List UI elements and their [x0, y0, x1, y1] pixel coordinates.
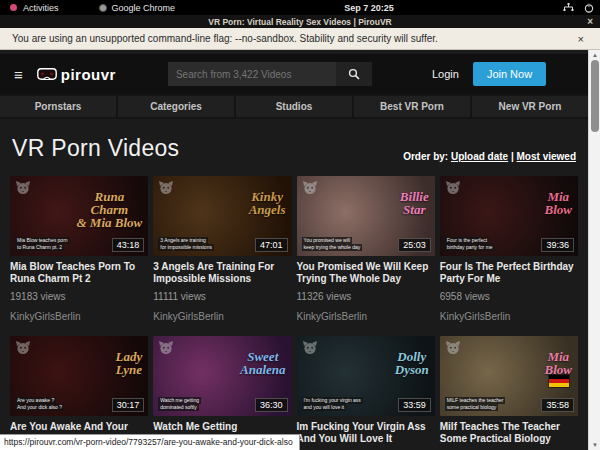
video-views: 19183 views: [10, 291, 148, 302]
hamburger-menu-icon[interactable]: ≡: [14, 66, 23, 83]
duration-badge: 30:17: [112, 398, 145, 412]
thumbnail-caption: Watch me gettingdominated softly: [158, 397, 201, 411]
thumbnail-caption: MILF teaches the teachersome practical b…: [445, 397, 506, 411]
activities-button[interactable]: Activities: [23, 3, 59, 13]
video-thumbnail[interactable]: Mia Blow Four is the perfectbirthday par…: [440, 176, 578, 256]
video-title[interactable]: Mia Blow Teaches Porn To Runa Charm Pt 2: [10, 261, 148, 284]
order-by: Order by: Upload date | Most viewed: [403, 151, 576, 162]
recording-indicator-icon: [10, 4, 17, 11]
video-card[interactable]: Mia Blow Four is the perfectbirthday par…: [440, 176, 578, 322]
video-card[interactable]: Mia Blow MILF teaches the teachersome pr…: [440, 336, 578, 450]
video-thumbnail[interactable]: Mia Blow MILF teaches the teachersome pr…: [440, 336, 578, 416]
site-logo[interactable]: pirouvr: [37, 66, 116, 83]
video-title[interactable]: Four Is The Perfect Birthday Party For M…: [440, 261, 578, 284]
studio-cat-logo-icon: [158, 180, 174, 195]
app-menu-label[interactable]: Google Chrome: [112, 3, 176, 13]
video-card[interactable]: Kinky Angels 3 Angels are trainingfor im…: [153, 176, 291, 322]
nav-item-best-vr-porn[interactable]: Best VR Porn: [354, 96, 470, 117]
video-studio-link[interactable]: KinkyGirlsBerlin: [153, 311, 291, 322]
video-title[interactable]: Im Fucking Your Virgin Ass And You Will …: [297, 421, 435, 444]
warning-close-icon[interactable]: ×: [574, 33, 588, 45]
thumbnail-stylized-title: Sweet Analena: [240, 350, 286, 376]
video-grid: Runa Charm & Mia Blow Mia Blow teaches p…: [0, 176, 588, 450]
warning-message: You are using an unsupported command-lin…: [12, 33, 574, 44]
video-views: 11326 views: [297, 291, 435, 302]
video-title[interactable]: You Promised We Will Keep Trying The Who…: [297, 261, 435, 284]
duration-badge: 39:36: [541, 238, 574, 252]
video-card[interactable]: Dolly Dyson I'm fucking your virgin assa…: [297, 336, 435, 450]
thumbnail-stylized-title: Runa Charm & Mia Blow: [77, 190, 143, 229]
search-icon: [348, 68, 360, 80]
scroll-down-icon[interactable]: ▼: [589, 440, 600, 450]
thumbnail-caption: 3 Angels are trainingfor impossible miss…: [158, 237, 214, 251]
scrollbar-thumb[interactable]: [591, 60, 599, 132]
studio-cat-logo-icon: [445, 340, 461, 355]
vr-goggles-icon: [37, 68, 57, 80]
thumbnail-caption: Four is the perfectbirthday party for me: [445, 237, 495, 251]
power-icon[interactable]: [584, 3, 594, 13]
duration-badge: 33:59: [398, 398, 431, 412]
studio-cat-logo-icon: [445, 180, 461, 195]
nav-item-new-vr-porn[interactable]: New VR Porn: [472, 96, 588, 117]
video-card[interactable]: Lady Lyne Are you awake ?And your dick a…: [10, 336, 148, 450]
video-card[interactable]: Runa Charm & Mia Blow Mia Blow teaches p…: [10, 176, 148, 322]
video-views: 6958 views: [440, 291, 578, 302]
thumbnail-caption: You promised we willkeep trying the whol…: [302, 237, 363, 251]
login-link[interactable]: Login: [432, 68, 459, 80]
system-top-bar: Activities Google Chrome Sep 7 20:25: [0, 0, 600, 15]
studio-cat-logo-icon: [15, 180, 31, 195]
nav-item-categories[interactable]: Categories: [118, 96, 234, 117]
thumbnail-stylized-title: Kinky Angels: [249, 190, 286, 216]
network-icon[interactable]: [563, 3, 574, 12]
video-card[interactable]: Billie Star You promised we willkeep try…: [297, 176, 435, 322]
video-title[interactable]: Milf Teaches The Teacher Some Practical …: [440, 421, 578, 444]
video-studio-link[interactable]: KinkyGirlsBerlin: [297, 311, 435, 322]
video-thumbnail[interactable]: Runa Charm & Mia Blow Mia Blow teaches p…: [10, 176, 148, 256]
order-separator: |: [511, 151, 514, 162]
video-thumbnail[interactable]: Kinky Angels 3 Angels are trainingfor im…: [153, 176, 291, 256]
video-thumbnail[interactable]: Dolly Dyson I'm fucking your virgin assa…: [297, 336, 435, 416]
page-heading-row: VR Porn Videos Order by: Upload date | M…: [0, 119, 588, 176]
video-card[interactable]: Sweet Analena Watch me gettingdominated …: [153, 336, 291, 450]
video-studio-link[interactable]: KinkyGirlsBerlin: [440, 311, 578, 322]
studio-cat-logo-icon: [302, 340, 318, 355]
thumbnail-caption: I'm fucking your virgin assand you will …: [302, 397, 363, 411]
thumbnail-caption: Mia Blow teaches pornto Runa Charm pt. 2: [15, 237, 70, 251]
order-by-label: Order by:: [403, 151, 448, 162]
studio-cat-logo-icon: [302, 180, 318, 195]
thumbnail-stylized-title: Lady Lyne: [116, 350, 143, 376]
close-tab-icon[interactable]: ×: [587, 16, 593, 27]
video-title[interactable]: 3 Angels Are Training For Impossible Mis…: [153, 261, 291, 284]
search-bar: [168, 62, 372, 86]
browser-viewport: ≡ pirouvr Login Join Now PornstarsCatego…: [0, 50, 588, 450]
nav-item-pornstars[interactable]: Pornstars: [0, 96, 116, 117]
video-views: 11111 views: [153, 291, 291, 302]
german-flag-icon: [548, 374, 570, 388]
video-thumbnail[interactable]: Sweet Analena Watch me gettingdominated …: [153, 336, 291, 416]
search-button[interactable]: [336, 62, 372, 86]
video-studio-link[interactable]: KinkyGirlsBerlin: [10, 311, 148, 322]
order-most-viewed-link[interactable]: Most viewed: [517, 151, 576, 162]
thumbnail-stylized-title: Dolly Dyson: [395, 350, 429, 376]
main-nav: PornstarsCategoriesStudiosBest VR PornNe…: [0, 94, 588, 119]
search-input[interactable]: [168, 62, 336, 86]
duration-badge: 36:30: [255, 398, 288, 412]
scroll-up-icon[interactable]: ▲: [589, 50, 600, 60]
chrome-icon: [99, 4, 107, 12]
nav-item-studios[interactable]: Studios: [236, 96, 352, 117]
thumbnail-stylized-title: Billie Star: [400, 190, 429, 216]
thumbnail-stylized-title: Mia Blow: [545, 190, 572, 216]
chrome-warning-bar: You are using an unsupported command-lin…: [0, 28, 600, 50]
page-title-text: VR Porn: Virtual Reality Sex Videos | Pi…: [208, 17, 391, 27]
scrollbar[interactable]: ▲ ▼: [588, 50, 600, 450]
thumbnail-stylized-title: Mia Blow: [545, 350, 572, 376]
order-upload-date-link[interactable]: Upload date: [451, 151, 508, 162]
join-now-button[interactable]: Join Now: [473, 62, 546, 86]
video-thumbnail[interactable]: Lady Lyne Are you awake ?And your dick a…: [10, 336, 148, 416]
duration-badge: 25:03: [398, 238, 431, 252]
duration-badge: 47:01: [255, 238, 288, 252]
studio-cat-logo-icon: [158, 340, 174, 355]
clock[interactable]: Sep 7 20:25: [175, 3, 563, 13]
duration-badge: 43:18: [112, 238, 145, 252]
video-thumbnail[interactable]: Billie Star You promised we willkeep try…: [297, 176, 435, 256]
